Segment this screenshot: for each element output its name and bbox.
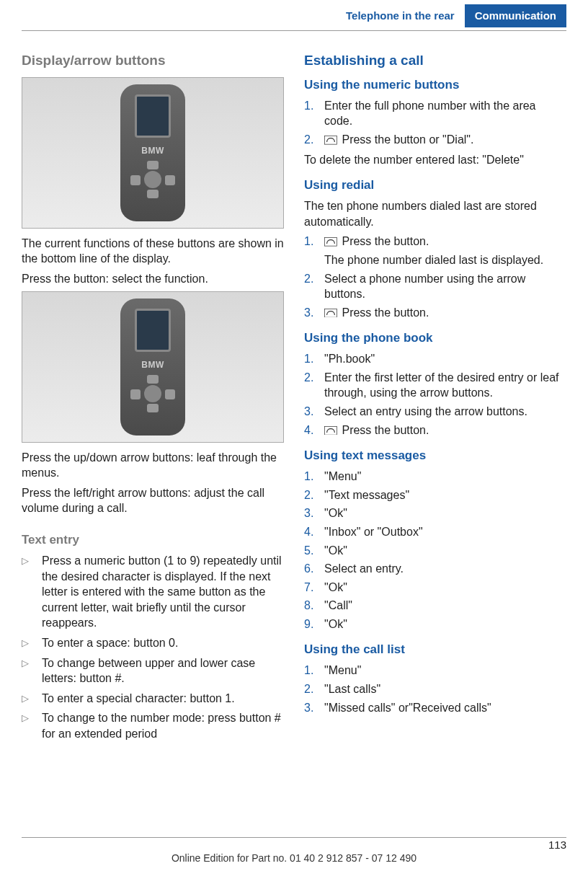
handset-icon bbox=[324, 136, 337, 144]
list-item: ▷To enter a space: button 0. bbox=[22, 635, 284, 651]
heading-phone-book: Using the phone book bbox=[304, 330, 566, 347]
content: Display/arrow buttons BMW The current fu… bbox=[0, 31, 588, 746]
list-item: 5."Ok" bbox=[304, 543, 566, 559]
illustration-handset-1: BMW bbox=[22, 77, 284, 229]
triangle-bullet-icon: ▷ bbox=[22, 635, 42, 651]
handset-icon bbox=[324, 309, 337, 317]
page-number: 113 bbox=[548, 838, 566, 852]
list-item: 1.Enter the full phone number with the a… bbox=[304, 98, 566, 129]
list-item: 8."Call" bbox=[304, 598, 566, 614]
step-list: 1."Ph.book" 2.Enter the first letter of … bbox=[304, 351, 566, 438]
svg-rect-2 bbox=[324, 309, 337, 317]
para: Press the button: select the function. bbox=[22, 271, 284, 287]
right-column: Establishing a call Using the numeric bu… bbox=[304, 51, 566, 746]
step-list: 1."Menu" 2."Last calls" 3."Missed calls"… bbox=[304, 663, 566, 715]
triangle-bullet-icon: ▷ bbox=[22, 710, 42, 741]
svg-rect-3 bbox=[324, 426, 337, 435]
list-item: ▷To enter a special character: button 1. bbox=[22, 691, 284, 707]
list-item: 2.Select a phone number using the arrow … bbox=[304, 271, 566, 302]
list-item: 3. Press the button. bbox=[304, 305, 566, 321]
heading-text-entry: Text entry bbox=[22, 532, 284, 549]
svg-rect-1 bbox=[324, 238, 337, 247]
list-item: 3."Missed calls" or"Received calls" bbox=[304, 700, 566, 716]
dpad-icon bbox=[132, 376, 174, 411]
list-item: 4."Inbox" or "Outbox" bbox=[304, 524, 566, 540]
text-entry-list: ▷Press a numeric button (1 to 9) repeate… bbox=[22, 553, 284, 742]
heading-redial: Using redial bbox=[304, 177, 566, 194]
step-list: 1.Enter the full phone number with the a… bbox=[304, 98, 566, 148]
footer-rule bbox=[22, 837, 566, 838]
list-item: 4. Press the button. bbox=[304, 423, 566, 438]
left-column: Display/arrow buttons BMW The current fu… bbox=[22, 51, 284, 746]
para: Press the up/down arrow buttons: leaf th… bbox=[22, 450, 284, 481]
phone-screen bbox=[135, 309, 171, 352]
para: The current functions of these buttons a… bbox=[22, 236, 284, 267]
svg-rect-0 bbox=[324, 136, 337, 144]
heading-call-list: Using the call list bbox=[304, 642, 566, 658]
dpad-icon bbox=[132, 162, 174, 197]
list-item: 9."Ok" bbox=[304, 616, 566, 632]
list-item: 2. Press the button or "Dial". bbox=[304, 132, 566, 148]
list-item: 3."Ok" bbox=[304, 505, 566, 521]
step-list: 1."Menu" 2."Text messages" 3."Ok" 4."Inb… bbox=[304, 469, 566, 632]
list-item: 7."Ok" bbox=[304, 580, 566, 596]
list-item: 1."Menu" bbox=[304, 469, 566, 485]
list-item: 1."Menu" bbox=[304, 663, 566, 678]
step-list: 1. Press the button. The phone number di… bbox=[304, 234, 566, 320]
phone-screen bbox=[135, 94, 171, 138]
page-header: Telephone in the rear Communication bbox=[0, 0, 588, 27]
footer-text: Online Edition for Part no. 01 40 2 912 … bbox=[0, 852, 588, 865]
heading-text-messages: Using text messages bbox=[304, 448, 566, 464]
phone-device: BMW bbox=[120, 84, 185, 221]
list-item: ▷To change to the number mode: press but… bbox=[22, 710, 284, 741]
phone-brand-label: BMW bbox=[141, 145, 164, 156]
triangle-bullet-icon: ▷ bbox=[22, 553, 42, 631]
list-item: ▷To change between upper and lower case … bbox=[22, 655, 284, 686]
handset-icon bbox=[324, 426, 337, 435]
para: Press the left/right arrow buttons: adju… bbox=[22, 485, 284, 516]
heading-numeric-buttons: Using the numeric buttons bbox=[304, 77, 566, 94]
illustration-handset-2: BMW bbox=[22, 291, 284, 443]
list-item: 2."Last calls" bbox=[304, 681, 566, 697]
list-item: ▷Press a numeric button (1 to 9) repeate… bbox=[22, 553, 284, 631]
list-item: 1."Ph.book" bbox=[304, 351, 566, 367]
triangle-bullet-icon: ▷ bbox=[22, 691, 42, 707]
header-tab-section: Telephone in the rear bbox=[336, 4, 465, 27]
phone-device: BMW bbox=[120, 299, 185, 436]
list-item: 3.Select an entry using the arrow button… bbox=[304, 404, 566, 420]
phone-brand-label: BMW bbox=[141, 359, 164, 371]
list-item: 2.Enter the first letter of the desired … bbox=[304, 370, 566, 401]
heading-display-arrow: Display/arrow buttons bbox=[22, 51, 284, 70]
list-item: 2."Text messages" bbox=[304, 487, 566, 503]
list-item: 6.Select an entry. bbox=[304, 561, 566, 577]
header-tab-chapter: Communication bbox=[465, 4, 566, 27]
triangle-bullet-icon: ▷ bbox=[22, 655, 42, 686]
handset-icon bbox=[324, 237, 337, 246]
list-item: 1. Press the button. The phone number di… bbox=[304, 234, 566, 268]
heading-establishing-call: Establishing a call bbox=[304, 51, 566, 70]
para: The ten phone numbers dialed last are st… bbox=[304, 198, 566, 229]
para: To delete the number entered last: "Dele… bbox=[304, 152, 566, 168]
